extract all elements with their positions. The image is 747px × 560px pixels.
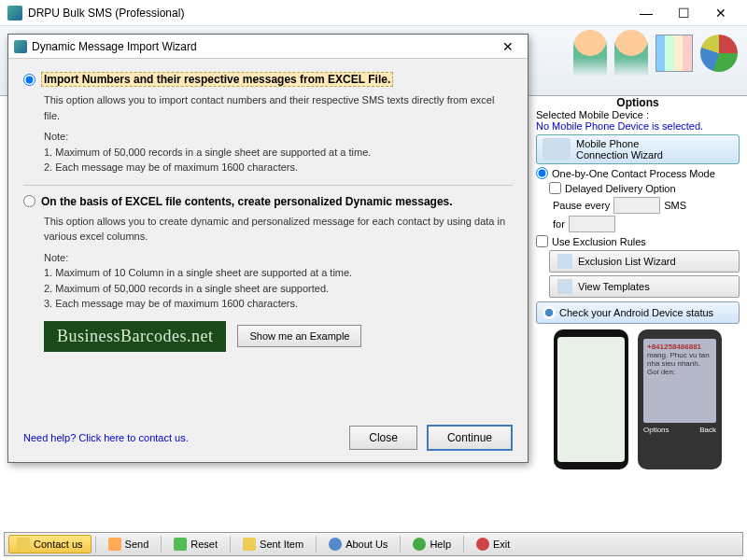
pause-duration-input[interactable] [569, 216, 615, 232]
piechart-illustration [700, 35, 738, 72]
contact-us-button[interactable]: Contact us [8, 535, 92, 553]
opt1-note2: 2. Each message may be of maximum 1600 c… [44, 160, 513, 175]
maximize-button[interactable]: ☐ [665, 2, 702, 24]
opt1-note1: 1. Maximum of 50,000 records in a single… [44, 145, 513, 161]
exit-button[interactable]: Exit [468, 535, 518, 553]
smartphone-preview [554, 329, 628, 469]
contact-label: Contact us [34, 539, 83, 550]
phone-back-label: Back [699, 426, 716, 434]
templates-icon [557, 279, 572, 294]
reset-icon [174, 538, 187, 551]
help-link[interactable]: Need help? Click here to contact us. [23, 432, 189, 443]
opt1-description: This option allows you to import contact… [44, 92, 513, 123]
delayed-delivery-checkbox[interactable] [549, 182, 561, 194]
process-mode-radio[interactable] [536, 167, 548, 179]
feature-phone-preview: +841258486881 mang. Phuc vu tan nha sieu… [638, 329, 722, 469]
dynamic-messages-label: On the basis of EXCEL file contents, cre… [41, 195, 453, 208]
separator [400, 536, 401, 553]
dialog-close-btn[interactable]: Close [349, 426, 417, 450]
separator [95, 536, 96, 553]
exit-label: Exit [493, 539, 510, 550]
wizard-line1: Mobile Phone [576, 138, 663, 149]
help-icon [413, 538, 426, 551]
separator [230, 536, 231, 553]
wizard-line2: Connection Wizard [576, 149, 663, 161]
opt2-note2: 2. Maximum of 50,000 records in a single… [44, 281, 513, 297]
opt2-note-header: Note: [44, 250, 513, 266]
close-button[interactable]: ✕ [702, 2, 740, 24]
exclusion-icon [557, 254, 572, 269]
exclusion-label: Use Exclusion Rules [552, 236, 646, 247]
minimize-button[interactable]: — [627, 2, 665, 24]
opt2-note1: 1. Maximum of 10 Column in a single shee… [44, 265, 513, 281]
phone-number: +841258486881 [647, 343, 712, 351]
sms-label: SMS [664, 200, 686, 211]
person-illustration [614, 30, 648, 77]
reset-label: Reset [190, 539, 218, 550]
send-icon [108, 538, 121, 551]
dialog-continue-btn[interactable]: Continue [427, 425, 513, 451]
dialog-titlebar: Dynamic Message Import Wizard ✕ [8, 35, 528, 59]
smartphone-screen [557, 337, 625, 462]
folder-icon [243, 538, 256, 551]
selected-device-label: Selected Mobile Device : [536, 109, 740, 120]
connection-icon [543, 138, 571, 161]
person-illustration [573, 30, 607, 77]
options-panel: Options Selected Mobile Device : No Mobi… [532, 96, 743, 532]
send-label: Send [125, 539, 149, 550]
separator [463, 536, 464, 553]
connection-wizard-button[interactable]: Mobile Phone Connection Wizard [536, 134, 740, 164]
about-button[interactable]: About Us [320, 535, 396, 553]
exclusion-btn-label: Exclusion List Wizard [578, 256, 676, 267]
pause-label: Pause every [553, 200, 610, 211]
import-excel-radio[interactable] [23, 74, 35, 86]
exclusion-wizard-button[interactable]: Exclusion List Wizard [549, 250, 740, 273]
dynamic-messages-radio[interactable] [23, 195, 35, 207]
pause-count-input[interactable] [613, 197, 660, 214]
templates-btn-label: View Templates [578, 281, 650, 292]
separator [161, 536, 162, 553]
sent-item-button[interactable]: Sent Item [234, 535, 312, 553]
status-btn-label: Check your Android Device status [559, 307, 713, 318]
dialog-close-button[interactable]: ✕ [494, 39, 522, 54]
sent-label: Sent Item [260, 539, 303, 550]
feature-phone-screen: +841258486881 mang. Phuc vu tan nha sieu… [643, 339, 716, 423]
contact-icon [17, 538, 30, 551]
exclusion-rules-checkbox[interactable] [536, 235, 548, 247]
dialog-title: Dynamic Message Import Wizard [32, 40, 494, 53]
phone-options-label: Options [643, 426, 669, 434]
phone-message: mang. Phuc vu tan nha sieu nhanh. Goi de… [647, 351, 712, 376]
info-icon [329, 538, 342, 551]
spreadsheet-illustration [655, 35, 693, 72]
reset-button[interactable]: Reset [165, 535, 226, 553]
delayed-delivery-label: Delayed Delivery Option [565, 183, 676, 194]
opt2-note3: 3. Each message may be of maximum 1600 c… [44, 296, 513, 312]
opt1-note-header: Note: [44, 129, 513, 145]
send-button[interactable]: Send [100, 535, 158, 553]
business-barcodes-banner[interactable]: BusinessBarcodes.net [44, 321, 226, 352]
separator [316, 536, 317, 553]
import-wizard-dialog: Dynamic Message Import Wizard ✕ Import N… [7, 34, 529, 463]
view-templates-button[interactable]: View Templates [549, 275, 740, 298]
main-titlebar: DRPU Bulk SMS (Professional) — ☐ ✕ [0, 0, 747, 26]
bottom-toolbar: Contact us Send Reset Sent Item About Us… [4, 532, 743, 556]
help-button[interactable]: Help [404, 535, 459, 553]
help-label: Help [430, 539, 451, 550]
app-icon [7, 6, 22, 21]
about-label: About Us [345, 539, 388, 550]
exit-icon [476, 538, 489, 551]
app-title: DRPU Bulk SMS (Professional) [28, 7, 627, 20]
no-device-text: No Mobile Phone Device is selected. [536, 120, 740, 132]
check-status-button[interactable]: Check your Android Device status [536, 301, 740, 324]
for-label: for [553, 218, 565, 230]
opt2-description: This option allows you to create dynamic… [44, 214, 513, 245]
divider [23, 185, 513, 186]
process-mode-label: One-by-One Contact Process Mode [552, 168, 715, 179]
gear-icon [543, 306, 556, 319]
dialog-icon [14, 40, 27, 53]
import-excel-label: Import Numbers and their respective mess… [41, 72, 393, 87]
show-example-button[interactable]: Show me an Example [237, 325, 361, 347]
options-title: Options [536, 96, 740, 109]
